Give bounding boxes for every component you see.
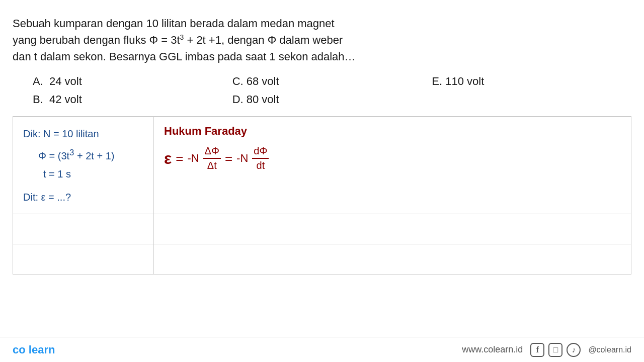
given-column: Dik: N = 10 lilitan Φ = (3t3 + 2t + 1) t… (13, 117, 154, 214)
logo-co: co (13, 343, 26, 356)
formula-container: ε = -N ΔΦ Δt = -N dΦ dt (164, 145, 621, 171)
dphi-num: dΦ (252, 145, 269, 159)
instagram-icon: □ (548, 343, 562, 357)
tiktok-icon: ♪ (567, 343, 581, 357)
social-icons: f □ ♪ (530, 343, 581, 357)
hukum-title: Hukum Faraday (164, 125, 621, 138)
delta-phi-num: ΔΦ (203, 145, 221, 159)
fraction-delta: ΔΦ Δt (203, 145, 221, 171)
question-line2: yang berubah dengan fluks Φ = 3t3 + 2t +… (13, 34, 343, 46)
footer-right: www.colearn.id f □ ♪ @colearn.id (462, 343, 631, 357)
dt-den: dt (255, 159, 267, 171)
main-content: Sebuah kumparan dengan 10 lilitan berada… (0, 0, 644, 275)
empty-right-1 (154, 214, 631, 244)
website-url: www.colearn.id (462, 344, 523, 355)
question-line3: dan t dalam sekon. Besarnya GGL imbas pa… (13, 50, 356, 63)
solution-row-empty-2 (13, 244, 631, 274)
fraction-d: dΦ dt (252, 145, 269, 171)
answer-e: E. 110 volt (432, 75, 631, 88)
solution-row-empty-1 (13, 214, 631, 244)
n-neg-1: -N (187, 152, 199, 165)
t-equation: t = 1 s (43, 165, 143, 183)
solution-table: Dik: N = 10 lilitan Φ = (3t3 + 2t + 1) t… (13, 117, 631, 275)
empty-left-2 (13, 244, 154, 274)
empty-left-1 (13, 214, 154, 244)
social-handle: @colearn.id (588, 345, 631, 354)
dik-label: Dik: N = 10 lilitan (23, 125, 143, 143)
colearn-logo: co learn (13, 343, 55, 356)
facebook-icon: f (530, 343, 544, 357)
answer-empty (432, 93, 631, 106)
empty-right-2 (154, 244, 631, 274)
equals-2: = (225, 151, 232, 166)
answer-c: C. 68 volt (232, 75, 432, 88)
answer-b: B. 42 volt (33, 93, 232, 106)
answer-d: D. 80 volt (232, 93, 432, 106)
answers-grid: A. 24 volt C. 68 volt E. 110 volt B. 42 … (13, 75, 631, 106)
solution-column: Hukum Faraday ε = -N ΔΦ Δt = -N dΦ dt (154, 117, 631, 214)
n-neg-2: -N (236, 152, 248, 165)
dit-label: Dit: ε = ...? (23, 188, 143, 206)
footer: co learn www.colearn.id f □ ♪ @colearn.i… (0, 337, 644, 362)
logo-learn: learn (29, 343, 55, 356)
question-line1: Sebuah kumparan dengan 10 lilitan berada… (13, 17, 335, 30)
equals-1: = (176, 151, 183, 166)
epsilon-symbol: ε (164, 149, 172, 168)
answer-a: A. 24 volt (33, 75, 232, 88)
phi-equation: Φ = (3t3 + 2t + 1) (38, 145, 143, 165)
question-text: Sebuah kumparan dengan 10 lilitan berada… (13, 15, 631, 65)
solution-row-main: Dik: N = 10 lilitan Φ = (3t3 + 2t + 1) t… (13, 117, 631, 214)
delta-t-den: Δt (206, 159, 218, 171)
